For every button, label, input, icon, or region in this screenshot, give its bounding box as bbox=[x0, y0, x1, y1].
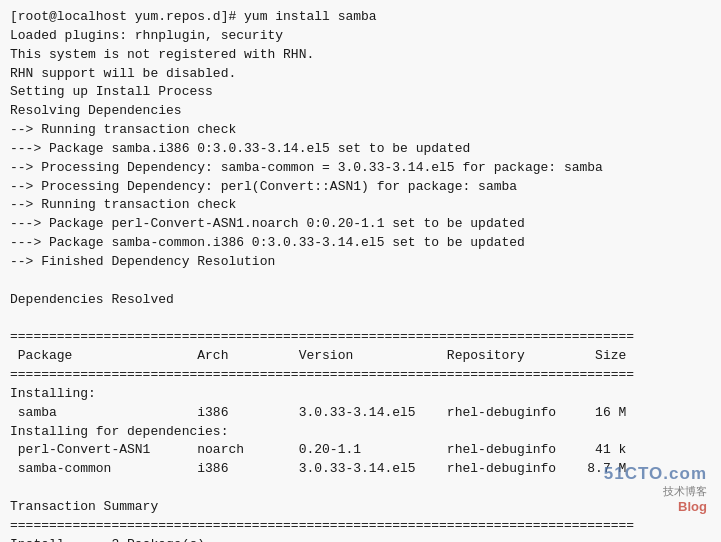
watermark-blog: Blog bbox=[604, 499, 707, 514]
watermark-label: 技术博客 bbox=[604, 484, 707, 499]
watermark: 51CTO.com 技术博客 Blog bbox=[604, 464, 707, 514]
terminal-output: [root@localhost yum.repos.d]# yum instal… bbox=[10, 8, 711, 542]
watermark-site: 51CTO.com bbox=[604, 464, 707, 484]
terminal-window: [root@localhost yum.repos.d]# yum instal… bbox=[0, 0, 721, 542]
